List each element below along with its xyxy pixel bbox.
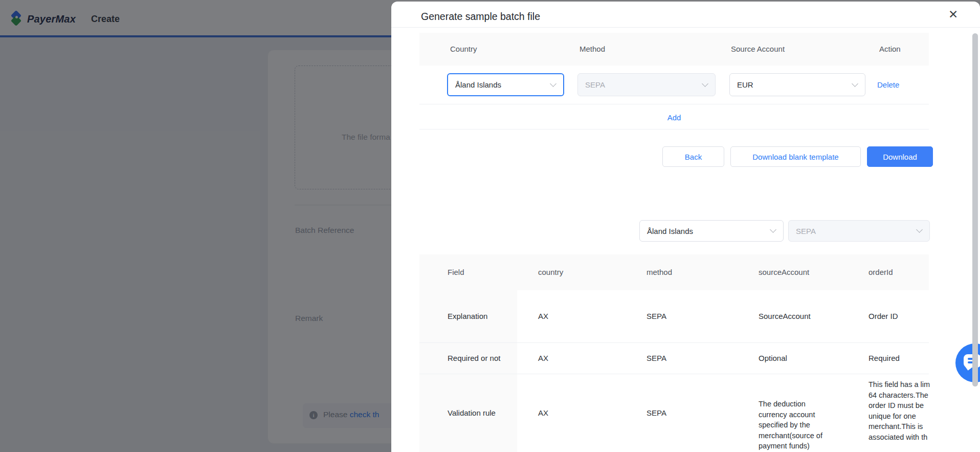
close-icon[interactable]: ✕ [948,9,958,20]
method-select: SEPA [577,73,716,96]
table-cell: SEPA [647,342,666,374]
cell-line: 64 characters.The [868,390,930,401]
chevron-down-icon [770,226,776,233]
cell-line: currency account [759,410,822,420]
add-row-container: Add [419,113,929,122]
method-select-value: SEPA [585,80,605,89]
column-header-action: Action [879,33,901,66]
download-blank-template-label: Download blank template [752,153,838,161]
table-cell: SEPA [647,290,666,342]
column-header-method: method [647,254,672,290]
preview-country-value: Åland Islands [647,227,693,235]
table-cell-multiline: The deduction currency account specified… [759,399,822,451]
cell-line: merchant(source of [759,431,822,441]
cell-line: unique for one [868,411,930,422]
chevron-down-icon [702,80,708,87]
column-header-country: Country [450,33,477,66]
selector-table-header: Country Method Source Account Action [419,33,929,66]
table-cell: SEPA [647,408,666,417]
row-label: Explanation [448,290,487,342]
download-blank-template-button[interactable]: Download blank template [730,146,861,167]
row-divider [419,374,929,374]
country-select-value: Åland Islands [455,80,501,89]
cell-line: payment funds) [759,441,822,451]
modal-scrollbar-thumb[interactable] [972,33,978,386]
chevron-down-icon [550,80,556,87]
dialog-header-divider [391,27,980,28]
chevron-down-icon [852,80,858,87]
column-header-method: Method [580,33,605,66]
preview-method-select: SEPA [788,220,930,242]
back-button[interactable]: Back [662,146,724,167]
table-cell: AX [538,290,548,342]
column-header-source-account: Source Account [731,33,785,66]
column-header-sourceaccount: sourceAccount [759,254,809,290]
cell-line: specified by the [759,420,822,431]
generate-sample-batch-file-dialog: Generate sample batch file ✕ Country Met… [391,2,980,452]
field-table-header: Field country method sourceAccount order… [419,254,929,290]
preview-method-value: SEPA [796,227,816,235]
chevron-down-icon [916,226,923,233]
table-cell: Optional [759,342,787,374]
row-divider [419,104,929,104]
column-header-country: country [538,254,563,290]
table-cell: SourceAccount [759,290,811,342]
section-divider [419,129,929,130]
cell-line: This field has a lim [868,379,930,390]
row-label: Validation rule [448,408,496,417]
download-button[interactable]: Download [867,146,933,167]
row-label: Required or not [448,342,500,374]
back-button-label: Back [685,153,702,161]
cell-line: order ID must be [868,400,930,411]
table-cell: Required [868,342,900,374]
cell-line: merchant.This is [868,421,930,432]
column-header-orderid: orderId [868,254,893,290]
dialog-title: Generate sample batch file [421,11,540,23]
source-account-select[interactable]: EUR [729,73,865,96]
table-cell: AX [538,342,548,374]
table-cell-multiline: This field has a lim 64 characters.The o… [868,379,930,442]
download-button-label: Download [883,153,917,161]
table-cell: AX [538,408,548,417]
cell-line: The deduction [759,399,822,410]
cell-line: associated with th [868,432,930,443]
table-cell: Order ID [868,290,898,342]
add-row-link[interactable]: Add [667,113,681,122]
preview-country-select[interactable]: Åland Islands [639,220,784,242]
column-header-field: Field [448,254,464,290]
source-account-select-value: EUR [737,80,753,89]
delete-row-link[interactable]: Delete [877,73,899,96]
country-select[interactable]: Åland Islands [447,73,564,96]
